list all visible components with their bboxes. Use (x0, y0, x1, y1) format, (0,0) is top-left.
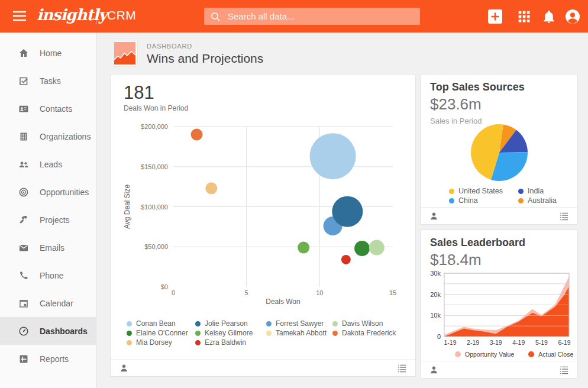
svg-text:2-19: 2-19 (467, 339, 479, 346)
sidebar-item-phone[interactable]: Phone (0, 261, 96, 289)
sidebar-item-emails[interactable]: Emails (0, 234, 96, 261)
legend-item: Davis Wilson (332, 319, 396, 328)
apps-grid-icon[interactable] (517, 9, 531, 24)
kpi-label: Deals Won in Period (124, 104, 188, 112)
phone-icon (18, 270, 30, 282)
legend-dot (266, 331, 272, 336)
sidebar-item-home[interactable]: Home (0, 39, 96, 67)
owner-person-icon[interactable] (429, 365, 439, 375)
svg-text:10: 10 (316, 289, 323, 296)
card-header: Sales Leaderboard $18.4m (430, 237, 525, 269)
svg-text:5-19: 5-19 (535, 339, 548, 346)
pie-chart (470, 123, 529, 185)
svg-text:Deals Won: Deals Won (266, 298, 300, 306)
sidebar-item-label: Contacts (40, 104, 72, 114)
legend-item: Dakota Frederick (332, 329, 396, 337)
sidebar-item-reports[interactable]: Reports (0, 345, 96, 373)
sidebar-item-label: Organizations (40, 132, 91, 141)
brand-divider (96, 8, 96, 24)
search-bar[interactable] (204, 8, 420, 25)
legend-item: Elaine O'Conner (127, 329, 195, 337)
legend-item: China (449, 196, 518, 205)
calendar-icon (18, 298, 30, 309)
target-icon (18, 186, 30, 198)
sidebar-item-label: Reports (40, 354, 69, 364)
svg-text:30k: 30k (430, 270, 441, 277)
kpi-deals-won: 181 Deals Won in Period (124, 83, 188, 112)
sidebar-item-label: Projects (40, 215, 70, 225)
svg-text:15: 15 (389, 289, 396, 296)
sidebar-item-label: Emails (40, 243, 64, 253)
menu-icon[interactable] (12, 9, 27, 23)
legend-dot (449, 189, 454, 194)
search-icon (210, 11, 221, 22)
sidebar-item-organizations[interactable]: Organizations (0, 122, 96, 150)
owner-person-icon[interactable] (429, 211, 439, 221)
legend-item: Conan Bean (127, 319, 195, 328)
search-input[interactable] (227, 11, 414, 22)
legend-dot (195, 340, 201, 345)
list-icon[interactable] (559, 365, 569, 375)
svg-text:Avg Deal Size: Avg Deal Size (123, 185, 131, 229)
product-name: CRM (107, 8, 136, 22)
tasks-icon (18, 75, 30, 87)
legend-dot (195, 331, 201, 336)
legend-item: Australia (518, 196, 557, 205)
sidebar-item-calendar[interactable]: Calendar (0, 289, 96, 317)
card-footer (111, 359, 415, 376)
gauge-icon (18, 325, 30, 337)
hammer-icon (18, 214, 30, 226)
list-icon[interactable] (397, 363, 407, 373)
sidebar-item-label: Leads (40, 160, 62, 169)
sidebar-item-leads[interactable]: Leads (0, 150, 96, 178)
legend-dot (127, 340, 132, 345)
dashboard-header: DASHBOARD Wins and Projections (113, 41, 263, 67)
legend-dot (332, 321, 338, 326)
legend-dot (449, 198, 454, 203)
svg-text:$100,000: $100,000 (141, 203, 168, 211)
area-legend: Opportunity Value Actual Close (455, 350, 573, 358)
sidebar-item-label: Home (40, 48, 62, 58)
sidebar-item-label: Dashboards (40, 326, 88, 336)
legend-dot (332, 331, 338, 336)
card-title: Top Sales Sources (430, 81, 525, 94)
svg-text:$200,000: $200,000 (141, 123, 168, 130)
report-icon (18, 353, 30, 365)
kpi-number: 181 (124, 83, 188, 103)
card-footer (421, 361, 577, 378)
sidebar-item-tasks[interactable]: Tasks (0, 67, 96, 95)
add-icon[interactable] (488, 9, 502, 24)
legend-item: Mia Dorsey (127, 338, 195, 347)
legend-dot (518, 198, 524, 203)
area-chart: 010k20k30k1-192-193-194-195-196-19 (421, 266, 579, 354)
sidebar-item-opportunities[interactable]: Opportunities (0, 178, 96, 206)
legend-dot (266, 321, 272, 326)
envelope-icon (18, 242, 30, 254)
legend-dot (127, 321, 132, 326)
pie-legend: United States India China Australia (449, 187, 557, 205)
owner-person-icon[interactable] (119, 363, 129, 373)
legend-item: Actual Close (528, 350, 573, 358)
notifications-bell-icon[interactable] (542, 9, 556, 24)
sidebar: Home Tasks Contacts Organizations Leads … (0, 33, 96, 388)
sidebar-item-label: Phone (40, 271, 63, 280)
legend-item: Jolie Pearson (195, 319, 266, 328)
dashboard-thumbnail (113, 41, 138, 67)
legend-dot (195, 321, 201, 326)
sidebar-item-dashboards[interactable]: Dashboards (0, 317, 96, 345)
card-header: Top Sales Sources $23.6m Sales in Period (430, 81, 525, 125)
legend-item: United States (449, 187, 518, 195)
building-icon (18, 131, 30, 143)
sidebar-item-contacts[interactable]: Contacts (0, 95, 96, 122)
svg-text:5: 5 (245, 289, 248, 296)
legend-dot (127, 331, 132, 336)
account-avatar-icon[interactable] (566, 9, 580, 24)
card-footer (421, 207, 577, 224)
bubble-legend: Conan Bean Jolie Pearson Forrest Sawyer … (127, 319, 396, 347)
svg-text:6-19: 6-19 (558, 339, 570, 346)
list-icon[interactable] (559, 211, 569, 221)
sidebar-item-label: Opportunities (40, 187, 89, 197)
mini-area-chart-icon (114, 42, 135, 64)
breadcrumb-eyebrow: DASHBOARD (147, 43, 263, 50)
sidebar-item-projects[interactable]: Projects (0, 206, 96, 234)
